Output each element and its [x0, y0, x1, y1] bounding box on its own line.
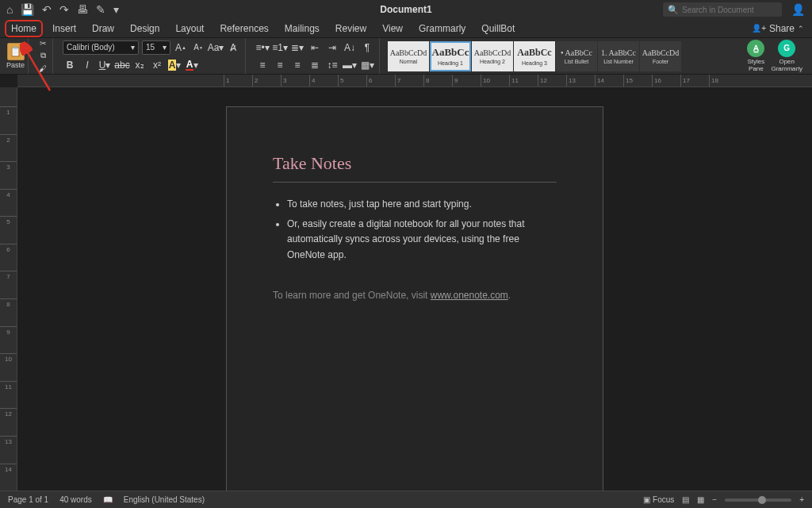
decrease-indent-icon[interactable]: ⇤	[308, 40, 322, 55]
grammarly-icon: G	[778, 40, 795, 57]
style-heading2[interactable]: AaBbCcDdHeading 2	[472, 41, 513, 71]
heading-underline	[273, 182, 557, 183]
chevron-down-icon: ▾	[163, 43, 167, 52]
learn-more-paragraph[interactable]: To learn more and get OneNote, visit www…	[273, 290, 557, 301]
share-button[interactable]: Share ⌃	[752, 23, 807, 34]
list-item[interactable]: To take notes, just tap here and start t…	[287, 197, 557, 212]
font-name-select[interactable]: Calibri (Body)▾	[63, 40, 139, 55]
search-box[interactable]: 🔍	[663, 2, 782, 17]
align-right-icon[interactable]: ≡	[290, 58, 304, 72]
bullet-list-icon[interactable]: ≡•▾	[255, 40, 270, 55]
tab-references[interactable]: References	[213, 20, 274, 37]
bullet-list[interactable]: To take notes, just tap here and start t…	[273, 197, 557, 263]
heading-take-notes[interactable]: Take Notes	[273, 153, 557, 174]
zoom-out-button[interactable]: −	[712, 495, 717, 504]
learn-prefix: To learn more and get OneNote, visit	[273, 290, 431, 301]
style-list-number[interactable]: 1. AaBbCcList Number	[598, 41, 639, 71]
tab-layout[interactable]: Layout	[169, 20, 210, 37]
document-page[interactable]: Take Notes To take notes, just tap here …	[226, 106, 603, 491]
copy-icon[interactable]: ⧉	[36, 51, 49, 60]
quick-icon[interactable]: ✎	[96, 3, 105, 16]
print-layout-view-icon[interactable]: ▤	[682, 495, 689, 504]
home-icon[interactable]: ⌂	[6, 3, 13, 16]
onenote-link[interactable]: www.onenote.com	[431, 290, 508, 301]
quick-access-toolbar: ⌂ 💾 ↶ ↷ 🖶 ✎ ▾	[6, 3, 119, 16]
spellcheck-icon[interactable]: 📖	[103, 495, 113, 504]
font-size-select[interactable]: 15▾	[142, 40, 170, 55]
tab-grammarly[interactable]: Grammarly	[412, 20, 472, 37]
open-grammarly-button[interactable]: G OpenGrammarly	[771, 40, 802, 73]
grow-font-icon[interactable]: A▲	[174, 40, 188, 55]
style-heading1[interactable]: AaBbCcHeading 1	[430, 41, 471, 71]
style-normal[interactable]: AaBbCcDdNormal	[388, 41, 429, 71]
undo-icon[interactable]: ↶	[42, 3, 52, 16]
align-center-icon[interactable]: ≡	[273, 58, 287, 72]
list-item[interactable]: Or, easily create a digital notebook for…	[287, 217, 557, 263]
ribbon-end-group: A̲ StylesPane G OpenGrammarly	[741, 40, 809, 73]
shrink-font-icon[interactable]: A▼	[191, 40, 205, 55]
align-left-icon[interactable]: ≡	[255, 58, 270, 72]
strikethrough-button[interactable]: abc	[115, 58, 129, 72]
user-avatar-icon[interactable]: 👤	[790, 2, 806, 17]
focus-mode-button[interactable]: ▣ Focus	[643, 495, 674, 504]
tab-home[interactable]: Home	[5, 20, 43, 37]
styles-pane-button[interactable]: A̲ StylesPane	[747, 40, 764, 73]
print-icon[interactable]: 🖶	[77, 3, 88, 16]
italic-button[interactable]: I	[80, 58, 94, 72]
web-layout-view-icon[interactable]: ▦	[697, 495, 704, 504]
word-count[interactable]: 40 words	[59, 495, 92, 504]
tab-mailings[interactable]: Mailings	[278, 20, 326, 37]
paste-icon[interactable]: 📋	[7, 43, 25, 60]
zoom-in-button[interactable]: +	[799, 495, 804, 504]
tab-design[interactable]: Design	[124, 20, 166, 37]
styles-gallery: AaBbCcDdNormal AaBbCcHeading 1 AaBbCcDdH…	[385, 41, 684, 71]
ribbon-tabs: Home Insert Draw Design Layout Reference…	[0, 19, 812, 38]
qa-dropdown-icon[interactable]: ▾	[113, 3, 119, 16]
search-icon: 🔍	[668, 5, 679, 15]
tab-quillbot[interactable]: QuillBot	[475, 20, 521, 37]
language-status[interactable]: English (United States)	[124, 495, 205, 504]
sort-icon[interactable]: A↓	[343, 40, 357, 55]
tab-review[interactable]: Review	[329, 20, 373, 37]
chevron-down-icon: ▾	[131, 43, 135, 52]
underline-button[interactable]: U▾	[98, 58, 112, 72]
number-list-icon[interactable]: ≡1▾	[273, 40, 287, 55]
change-case-icon[interactable]: Aa▾	[209, 40, 223, 55]
multilevel-list-icon[interactable]: ≣▾	[290, 40, 304, 55]
show-marks-icon[interactable]: ¶	[360, 40, 374, 55]
shading-icon[interactable]: ▬▾	[343, 58, 357, 72]
format-painter-icon[interactable]: 🖌	[36, 64, 49, 74]
tab-draw[interactable]: Draw	[86, 20, 121, 37]
style-footer[interactable]: AaBbCcDdFooter	[640, 41, 681, 71]
statusbar: Page 1 of 1 40 words 📖 English (United S…	[0, 491, 812, 508]
style-heading3[interactable]: AaBbCcHeading 3	[514, 41, 555, 71]
increase-indent-icon[interactable]: ⇥	[325, 40, 339, 55]
cut-icon[interactable]: ✂	[36, 38, 49, 48]
zoom-thumb[interactable]	[758, 496, 766, 504]
page-count[interactable]: Page 1 of 1	[8, 495, 48, 504]
borders-icon[interactable]: ▦▾	[360, 58, 374, 72]
justify-icon[interactable]: ≣	[308, 58, 322, 72]
page-viewport[interactable]: Take Notes To take notes, just tap here …	[17, 87, 812, 491]
bold-button[interactable]: B	[63, 58, 77, 72]
tab-view[interactable]: View	[376, 20, 409, 37]
zoom-slider[interactable]	[725, 498, 791, 502]
style-list-bullet[interactable]: • AaBbCcList Bullet	[556, 41, 597, 71]
text-highlight-button[interactable]: A▾	[167, 58, 182, 72]
clear-formatting-icon[interactable]: A̷	[226, 40, 240, 55]
learn-suffix: .	[508, 290, 511, 301]
horizontal-ruler[interactable]: 123456789101112131415161718	[17, 75, 812, 87]
clipboard-group: 📋 Paste	[3, 38, 29, 74]
vertical-ruler[interactable]: 1234567891011121314	[0, 87, 17, 491]
subscript-button[interactable]: x₂	[132, 58, 147, 72]
save-icon[interactable]: 💾	[21, 3, 34, 16]
document-area: 123456789101112131415161718 123456789101…	[0, 75, 812, 491]
superscript-button[interactable]: x²	[150, 58, 164, 72]
redo-icon[interactable]: ↷	[59, 3, 69, 16]
styles-pane-icon: A̲	[747, 40, 764, 57]
paragraph-group: ≡•▾ ≡1▾ ≣▾ ⇤ ⇥ A↓ ¶ ≡ ≡ ≡ ≣ ↕≡ ▬▾ ▦▾	[251, 38, 380, 74]
line-spacing-icon[interactable]: ↕≡	[325, 58, 339, 72]
font-color-button[interactable]: A▾	[185, 58, 199, 72]
search-input[interactable]	[682, 6, 777, 14]
tab-insert[interactable]: Insert	[46, 20, 82, 37]
